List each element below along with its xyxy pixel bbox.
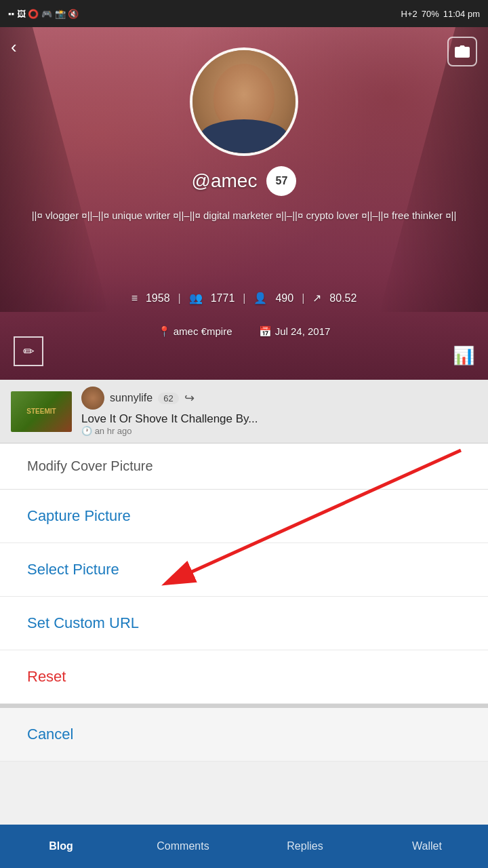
share-icon[interactable]: ↪	[184, 391, 195, 406]
post-preview: STEEMIT sunnylife 62 ↪ Love It Or Shove …	[0, 380, 488, 443]
bio: ||¤ vlogger ¤||–||¤ unique writer ¤||–||…	[0, 207, 488, 224]
clock: 11:04 pm	[443, 9, 480, 19]
stat-icon-score: ↗	[312, 292, 321, 304]
cancel-item[interactable]: Cancel	[0, 704, 488, 762]
status-right: H+2 70% 11:04 pm	[401, 9, 480, 19]
menu-section-title: Modify Cover Picture	[0, 443, 488, 490]
post-author-avatar	[81, 387, 104, 410]
stat-followers: 1771	[211, 292, 235, 304]
stat-icon-followers: 👥	[189, 292, 203, 304]
stat-posts: 1958	[146, 292, 170, 304]
nav-comments[interactable]: Comments	[122, 825, 244, 868]
stats-row: ≡ 1958 | 👥 1771 | 👤 490 | ↗ 80.52	[0, 292, 488, 304]
status-bar: ▪▪ 🖼 ⭕ 🎮 📸 🔇 H+2 70% 11:04 pm	[0, 0, 488, 27]
avatar	[190, 47, 298, 156]
capture-picture-item[interactable]: Capture Picture	[0, 490, 488, 543]
signal-indicator: H+2	[401, 9, 418, 19]
post-title[interactable]: Love It Or Shove It Challenge By...	[81, 412, 477, 426]
back-button[interactable]: ‹	[11, 37, 17, 58]
status-icons: ▪▪ 🖼 ⭕ 🎮 📸 🔇	[8, 9, 79, 19]
reset-item[interactable]: Reset	[0, 650, 488, 704]
nav-wallet[interactable]: Wallet	[366, 825, 488, 868]
chart-button[interactable]: 📊	[453, 345, 474, 366]
battery-level: 70%	[422, 9, 439, 19]
post-author-name: sunnylife	[110, 392, 152, 404]
edit-button[interactable]: ✏	[14, 336, 43, 366]
bottom-nav: Blog Comments Replies Wallet	[0, 825, 488, 868]
post-thumbnail: STEEMIT	[11, 391, 72, 432]
nav-replies[interactable]: Replies	[244, 825, 366, 868]
status-left: ▪▪ 🖼 ⭕ 🎮 📸 🔇	[8, 9, 79, 19]
post-author-rep: 62	[158, 393, 178, 404]
camera-button[interactable]	[447, 37, 477, 66]
nav-blog[interactable]: Blog	[0, 825, 122, 868]
select-picture-item[interactable]: Select Picture	[0, 543, 488, 597]
stat-following: 490	[275, 292, 293, 304]
community-label: 📍 amec €mpire	[158, 326, 232, 338]
post-time: 🕐 an hr ago	[81, 426, 477, 436]
join-date: 📅 Jul 24, 2017	[259, 326, 330, 338]
stat-icon-posts: ≡	[131, 292, 138, 304]
username-row: @amec 57	[0, 166, 488, 196]
post-author-row: sunnylife 62 ↪	[81, 387, 477, 410]
post-info: sunnylife 62 ↪ Love It Or Shove It Chall…	[81, 387, 477, 436]
stat-score: 80.52	[329, 292, 357, 304]
set-custom-url-item[interactable]: Set Custom URL	[0, 597, 488, 650]
avatar-image	[192, 50, 296, 153]
username: @amec	[192, 170, 258, 192]
stat-icon-following: 👤	[253, 292, 267, 304]
menu-overlay: Modify Cover Picture Capture Picture Sel…	[0, 443, 488, 762]
profile-header: ‹ @amec 57 ||¤ vlogger ¤||–||¤ unique wr…	[0, 27, 488, 380]
profile-meta: 📍 amec €mpire 📅 Jul 24, 2017	[0, 326, 488, 338]
reputation-badge: 57	[266, 166, 296, 196]
menu-with-arrow: Modify Cover Picture Capture Picture Sel…	[0, 443, 488, 704]
